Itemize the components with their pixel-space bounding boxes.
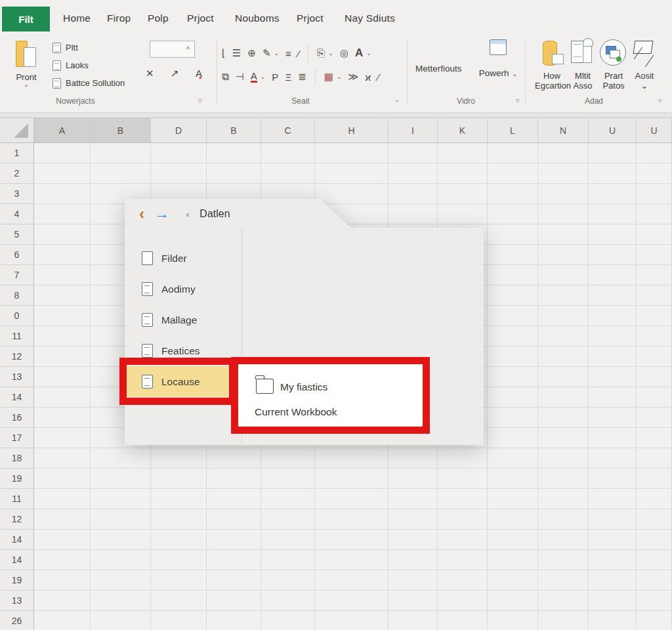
cell[interactable] — [151, 163, 207, 184]
cell[interactable] — [34, 326, 91, 346]
cell[interactable] — [91, 570, 151, 591]
cell[interactable] — [34, 285, 91, 306]
group4-launcher-icon[interactable]: ▿ — [658, 96, 662, 105]
cell[interactable] — [315, 448, 388, 469]
cell[interactable] — [538, 184, 589, 204]
menu-tab-nay-sdiuts[interactable]: Nay Sdiuts — [345, 0, 395, 36]
cell[interactable] — [637, 611, 672, 630]
cell[interactable] — [488, 530, 538, 550]
cell[interactable] — [34, 611, 91, 630]
cell[interactable] — [91, 448, 151, 469]
cell[interactable] — [589, 469, 637, 489]
cell[interactable] — [488, 204, 538, 224]
cell[interactable] — [589, 550, 637, 570]
row-header-6[interactable]: 6 — [0, 245, 34, 265]
cell[interactable] — [315, 611, 388, 630]
cell[interactable] — [261, 611, 315, 630]
row-header-5[interactable]: 5 — [0, 224, 34, 245]
cell[interactable] — [488, 387, 538, 408]
cell[interactable] — [589, 204, 637, 224]
cell[interactable] — [637, 265, 672, 285]
row-header-19[interactable]: 19 — [0, 469, 34, 489]
cell[interactable] — [151, 489, 207, 509]
cell[interactable] — [388, 509, 438, 530]
cell[interactable] — [538, 285, 589, 306]
cell[interactable] — [637, 204, 672, 224]
cell[interactable] — [438, 163, 488, 184]
row-header-1[interactable]: 1 — [0, 143, 34, 163]
cell[interactable] — [34, 143, 91, 163]
cell[interactable] — [488, 448, 538, 469]
cell[interactable] — [315, 143, 388, 163]
row-header-7[interactable]: 7 — [0, 265, 34, 285]
group3-launcher-icon[interactable]: ▿ — [516, 96, 520, 105]
cell[interactable] — [589, 346, 637, 367]
pront-button[interactable]: Pront ⌄ — [9, 39, 43, 105]
cell[interactable] — [151, 611, 207, 630]
shapes-icon[interactable]: ⧉ — [222, 71, 229, 83]
chevron-down-icon[interactable]: ⌄ — [274, 50, 279, 56]
cell[interactable] — [207, 530, 261, 550]
cell[interactable] — [488, 570, 538, 591]
nav-item-filder[interactable]: Filder — [125, 243, 242, 274]
cell[interactable] — [637, 408, 672, 428]
cell[interactable] — [34, 448, 91, 469]
spiral-icon[interactable]: ◎ — [340, 47, 348, 59]
select-all-cell[interactable] — [0, 118, 34, 143]
cell[interactable] — [388, 469, 438, 489]
cell[interactable] — [637, 428, 672, 448]
cell[interactable] — [589, 570, 637, 591]
cell[interactable] — [388, 591, 438, 611]
cell[interactable] — [538, 163, 589, 184]
cell[interactable] — [438, 489, 488, 509]
cell[interactable] — [589, 326, 637, 346]
cell[interactable] — [637, 163, 672, 184]
cell[interactable] — [34, 346, 91, 367]
cell[interactable] — [261, 489, 315, 509]
cell[interactable] — [207, 448, 261, 469]
column-header-H[interactable]: H — [315, 118, 388, 143]
cell[interactable] — [207, 611, 261, 630]
cell[interactable] — [315, 489, 388, 509]
cell[interactable] — [34, 570, 91, 591]
cell[interactable] — [538, 489, 589, 509]
cell[interactable] — [151, 143, 207, 163]
cell[interactable] — [538, 509, 589, 530]
cell[interactable] — [637, 245, 672, 265]
cell[interactable] — [589, 285, 637, 306]
cell[interactable] — [589, 306, 637, 326]
cell[interactable] — [207, 550, 261, 570]
italic-pen-icon[interactable]: ⁄ — [298, 48, 300, 59]
cell[interactable] — [34, 306, 91, 326]
row-header-14[interactable]: 14 — [0, 387, 34, 408]
cell[interactable] — [388, 143, 438, 163]
cell[interactable] — [538, 570, 589, 591]
cell[interactable] — [637, 489, 672, 509]
column-header-D[interactable]: D — [151, 118, 207, 143]
cell[interactable] — [151, 509, 207, 530]
cell[interactable] — [637, 550, 672, 570]
column-header-L[interactable]: L — [488, 118, 538, 143]
cell[interactable] — [637, 591, 672, 611]
cell[interactable] — [261, 530, 315, 550]
cell[interactable] — [438, 509, 488, 530]
cell[interactable] — [151, 570, 207, 591]
table-style-icon[interactable]: ▦ — [324, 71, 333, 83]
cell[interactable] — [538, 469, 589, 489]
italic-x-icon[interactable]: ϰ — [365, 72, 371, 83]
cell[interactable] — [438, 143, 488, 163]
ribbon-item-pltt[interactable]: Pltt — [52, 39, 125, 56]
cell[interactable] — [91, 143, 151, 163]
row-header-13[interactable]: 13 — [0, 591, 34, 611]
cell[interactable] — [488, 326, 538, 346]
close-icon[interactable]: ✕ — [146, 68, 154, 79]
cell[interactable] — [488, 489, 538, 509]
cell[interactable] — [207, 143, 261, 163]
cell[interactable] — [589, 611, 637, 630]
cell[interactable] — [488, 367, 538, 387]
cell[interactable] — [488, 346, 538, 367]
row-header-3[interactable]: 3 — [0, 184, 34, 204]
cell[interactable] — [637, 346, 672, 367]
cell[interactable] — [637, 530, 672, 550]
cell[interactable] — [538, 204, 589, 224]
